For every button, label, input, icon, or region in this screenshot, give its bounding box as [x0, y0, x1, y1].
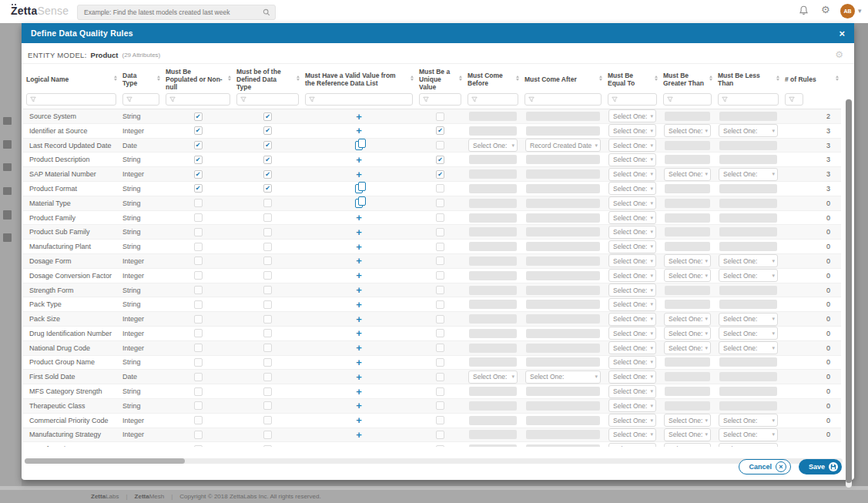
must-be-less-than-select[interactable]: Select One:▾ — [719, 327, 778, 340]
populated-checkbox[interactable] — [194, 228, 203, 236]
defined-data-type-checkbox[interactable] — [263, 243, 272, 251]
must-be-less-than-select[interactable]: Select One:▾ — [719, 443, 778, 447]
must-be-greater-than-select[interactable]: Select One:▾ — [664, 124, 711, 137]
unique-value-checkbox[interactable] — [436, 416, 444, 424]
sort-icon[interactable] — [228, 75, 231, 81]
must-be-greater-than-select[interactable]: Select One:▾ — [664, 254, 711, 267]
defined-data-type-checkbox[interactable] — [263, 315, 272, 324]
unique-value-checkbox[interactable] — [436, 184, 444, 193]
must-be-equal-to-select[interactable]: Select One:▾ — [608, 327, 656, 340]
defined-data-type-checkbox[interactable]: ✔ — [263, 141, 272, 149]
must-be-greater-than-select[interactable]: Select One:▾ — [664, 443, 711, 447]
populated-checkbox[interactable] — [194, 199, 203, 207]
defined-data-type-checkbox[interactable] — [263, 228, 272, 236]
populated-checkbox[interactable] — [194, 271, 203, 280]
must-be-less-than-select[interactable]: Select One:▾ — [719, 168, 778, 181]
chevron-down-icon[interactable]: ▾ — [858, 7, 862, 15]
must-be-greater-than-select[interactable]: Select One:▾ — [664, 428, 711, 441]
unique-value-checkbox[interactable] — [436, 257, 444, 265]
populated-checkbox[interactable]: ✔ — [194, 112, 203, 121]
gear-icon[interactable]: ⚙ — [821, 4, 830, 15]
must-be-less-than-select[interactable]: Select One:▾ — [719, 313, 778, 326]
add-valid-value-icon[interactable]: + — [356, 416, 362, 424]
column-header[interactable]: Data Type — [119, 64, 163, 92]
must-be-equal-to-select[interactable]: Select One:▾ — [608, 356, 656, 369]
must-be-equal-to-select[interactable]: Select One:▾ — [608, 385, 656, 398]
vertical-scrollbar[interactable] — [846, 99, 852, 488]
add-valid-value-icon[interactable]: + — [356, 329, 362, 337]
sort-icon[interactable] — [157, 75, 160, 81]
filter-input[interactable] — [524, 93, 602, 106]
defined-data-type-checkbox[interactable]: ✔ — [263, 170, 272, 179]
must-be-equal-to-select[interactable]: Select One:▾ — [608, 240, 656, 253]
filter-input[interactable] — [305, 93, 413, 106]
populated-checkbox[interactable] — [194, 243, 203, 251]
unique-value-checkbox[interactable] — [436, 373, 444, 381]
must-come-after-select[interactable]: Select One:▾ — [525, 371, 601, 384]
defined-data-type-checkbox[interactable] — [263, 387, 272, 396]
unique-value-checkbox[interactable]: ✔ — [436, 126, 444, 135]
must-be-equal-to-select[interactable]: Select One:▾ — [608, 124, 656, 137]
must-be-greater-than-select[interactable]: Select One:▾ — [664, 269, 711, 282]
must-be-equal-to-select[interactable]: Select One:▾ — [608, 341, 656, 354]
add-valid-value-icon[interactable]: + — [356, 431, 362, 439]
sort-icon[interactable] — [411, 75, 414, 81]
global-search[interactable] — [77, 5, 276, 20]
column-header[interactable]: Must Be a Unique Value — [416, 64, 464, 92]
footer-brand-zettalabs[interactable]: ZettaLabs — [91, 493, 119, 500]
unique-value-checkbox[interactable] — [436, 213, 444, 222]
sort-icon[interactable] — [297, 75, 300, 81]
add-valid-value-icon[interactable]: + — [356, 358, 362, 367]
footer-brand-zettamesh[interactable]: ZettaMesh — [135, 493, 165, 500]
unique-value-checkbox[interactable] — [436, 344, 444, 352]
avatar[interactable]: AB — [840, 4, 855, 18]
populated-checkbox[interactable] — [194, 344, 203, 352]
sort-icon[interactable] — [709, 75, 712, 81]
filter-input[interactable] — [236, 93, 299, 106]
column-header[interactable]: Must Be Greater Than — [660, 64, 715, 92]
must-be-less-than-select[interactable]: Select One:▾ — [719, 254, 778, 267]
must-be-equal-to-select[interactable]: Select One:▾ — [608, 428, 656, 441]
must-be-less-than-select[interactable]: Select One:▾ — [719, 341, 778, 354]
must-be-equal-to-select[interactable]: Select One:▾ — [608, 313, 656, 326]
sort-icon[interactable] — [114, 75, 117, 81]
must-be-greater-than-select[interactable]: Select One:▾ — [664, 414, 711, 427]
unique-value-checkbox[interactable] — [436, 228, 444, 236]
must-be-equal-to-select[interactable]: Select One:▾ — [608, 298, 656, 311]
unique-value-checkbox[interactable] — [436, 271, 444, 280]
add-valid-value-icon[interactable]: + — [356, 213, 362, 222]
must-be-equal-to-select[interactable]: Select One:▾ — [608, 283, 656, 297]
populated-checkbox[interactable] — [194, 431, 203, 439]
filter-input[interactable] — [468, 93, 518, 106]
must-be-equal-to-select[interactable]: Select One:▾ — [608, 211, 656, 224]
unique-value-checkbox[interactable] — [436, 358, 444, 367]
must-be-equal-to-select[interactable]: Select One:▾ — [608, 371, 656, 384]
add-valid-value-icon[interactable]: + — [356, 228, 362, 236]
search-icon[interactable] — [263, 8, 270, 16]
defined-data-type-checkbox[interactable] — [263, 416, 272, 424]
search-input[interactable] — [78, 8, 263, 16]
must-be-equal-to-select[interactable]: Select One:▾ — [608, 443, 656, 447]
app-logo[interactable]: ZettaSense — [11, 5, 69, 17]
defined-data-type-checkbox[interactable] — [263, 257, 272, 265]
populated-checkbox[interactable] — [194, 286, 203, 294]
defined-data-type-checkbox[interactable]: ✔ — [263, 112, 272, 121]
populated-checkbox[interactable] — [194, 358, 203, 367]
horizontal-scrollbar[interactable] — [25, 458, 843, 464]
must-be-equal-to-select[interactable]: Select One:▾ — [608, 269, 656, 282]
defined-data-type-checkbox[interactable] — [263, 329, 272, 337]
reference-list-copy-icon[interactable] — [355, 141, 363, 150]
defined-data-type-checkbox[interactable] — [263, 344, 272, 352]
column-header[interactable]: Must Be Populated or Non-null — [163, 64, 233, 92]
defined-data-type-checkbox[interactable] — [263, 199, 272, 207]
unique-value-checkbox[interactable] — [436, 315, 444, 324]
column-header[interactable]: Must Be Equal To — [605, 64, 660, 92]
column-header[interactable]: # of Rules — [782, 64, 841, 92]
sort-icon[interactable] — [836, 75, 839, 81]
defined-data-type-checkbox[interactable] — [263, 286, 272, 294]
filter-input[interactable] — [122, 93, 159, 106]
unique-value-checkbox[interactable] — [436, 300, 444, 309]
must-be-equal-to-select[interactable]: Select One:▾ — [608, 399, 656, 412]
unique-value-checkbox[interactable] — [436, 112, 444, 121]
defined-data-type-checkbox[interactable] — [263, 213, 272, 222]
